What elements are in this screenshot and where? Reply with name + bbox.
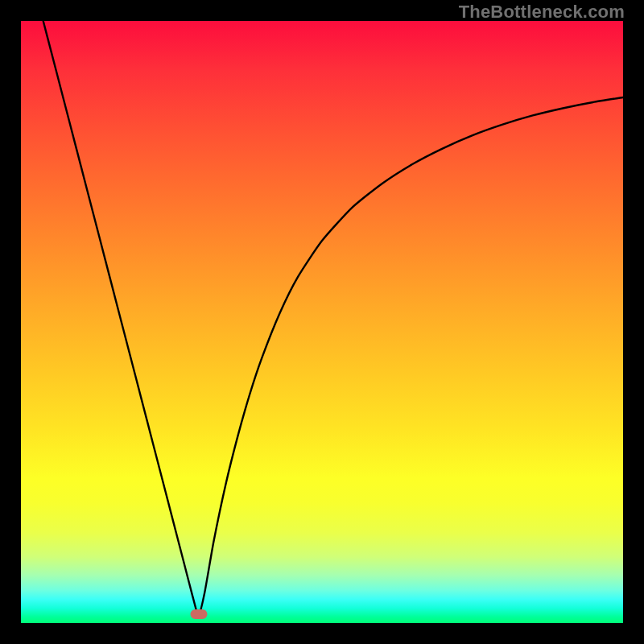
chart-container: TheBottleneck.com	[0, 0, 644, 644]
optimum-marker	[190, 609, 207, 619]
watermark-text: TheBottleneck.com	[459, 2, 625, 23]
bottleneck-curve	[21, 21, 623, 623]
plot-area	[21, 21, 623, 623]
